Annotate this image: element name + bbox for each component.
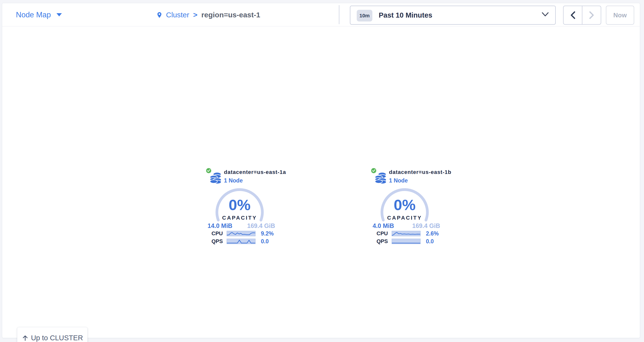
- time-forward-button[interactable]: [582, 6, 601, 24]
- arrow-up-icon: [22, 334, 28, 342]
- capacity-used: 14.0 MiB: [208, 222, 232, 229]
- header-divider: [339, 5, 339, 24]
- qps-label: QPS: [376, 238, 392, 245]
- datacenter-node-count: 1 Node: [389, 177, 408, 184]
- time-nav-arrows: [563, 5, 601, 25]
- capacity-gauge-text: 0% CAPACITY: [215, 188, 264, 237]
- breadcrumb-cluster-link[interactable]: Cluster: [166, 11, 189, 19]
- capacity-percent: 0%: [228, 197, 250, 213]
- qps-sparkline: [227, 239, 256, 244]
- database-stack-icon: [374, 172, 387, 185]
- up-to-cluster-button[interactable]: Up to CLUSTER: [17, 327, 88, 342]
- caret-down-icon: [56, 13, 62, 16]
- node-map-canvas: datacenter=us-east-1a 1 Node 0% CAPACITY…: [2, 27, 640, 338]
- chevron-down-icon: [542, 12, 549, 17]
- breadcrumb-separator: >: [193, 11, 198, 19]
- healthy-check-icon: [206, 168, 212, 174]
- chevron-right-icon: [588, 11, 595, 19]
- capacity-used: 4.0 MiB: [372, 222, 394, 229]
- breadcrumb: Cluster > region=us-east-1: [156, 3, 260, 26]
- capacity-label: CAPACITY: [387, 215, 422, 221]
- view-selector-dropdown[interactable]: Node Map: [16, 3, 62, 26]
- time-range-label: Past 10 Minutes: [379, 11, 432, 19]
- qps-value: 0.0: [426, 238, 434, 245]
- cpu-sparkline: [227, 231, 256, 236]
- qps-metric-row: QPS 0.0: [376, 238, 434, 244]
- database-stack-icon: [210, 172, 222, 185]
- header-bar: Node Map Cluster > region=us-east-1 10m …: [2, 3, 640, 26]
- qps-metric-row: QPS 0.0: [212, 238, 269, 244]
- capacity-gauge-text: 0% CAPACITY: [380, 188, 429, 237]
- capacity-values: 14.0 MiB 169.4 GiB: [208, 222, 275, 229]
- cpu-metric-row: CPU 2.6%: [376, 231, 438, 237]
- chevron-left-icon: [570, 11, 576, 19]
- cpu-value: 2.6%: [426, 230, 438, 237]
- capacity-total: 169.4 GiB: [247, 222, 275, 229]
- cpu-value: 9.2%: [261, 230, 274, 237]
- cpu-label: CPU: [212, 230, 227, 237]
- datacenter-title: datacenter=us-east-1a: [224, 169, 286, 175]
- cpu-label: CPU: [376, 230, 392, 237]
- up-to-cluster-label: Up to CLUSTER: [31, 334, 83, 342]
- location-pin-icon: [156, 11, 162, 19]
- capacity-total: 169.4 GiB: [412, 222, 440, 229]
- breadcrumb-current: region=us-east-1: [202, 11, 260, 19]
- view-selector-label: Node Map: [16, 10, 51, 19]
- qps-value: 0.0: [261, 238, 269, 245]
- datacenter-card-us-east-1a[interactable]: datacenter=us-east-1a 1 Node 0% CAPACITY…: [201, 167, 282, 250]
- cpu-metric-row: CPU 9.2%: [212, 231, 274, 237]
- time-back-button[interactable]: [564, 6, 582, 24]
- time-range-select[interactable]: 10m Past 10 Minutes: [350, 5, 556, 25]
- healthy-check-icon: [371, 168, 377, 174]
- datacenter-title: datacenter=us-east-1b: [389, 169, 451, 175]
- qps-sparkline: [392, 239, 420, 244]
- capacity-values: 4.0 MiB 169.4 GiB: [372, 222, 440, 229]
- time-range-badge: 10m: [357, 10, 372, 21]
- qps-label: QPS: [212, 238, 227, 245]
- datacenter-node-count: 1 Node: [224, 177, 243, 184]
- cpu-sparkline: [392, 231, 420, 236]
- capacity-percent: 0%: [394, 197, 416, 213]
- now-button[interactable]: Now: [606, 5, 634, 25]
- node-map-panel: Node Map Cluster > region=us-east-1 10m …: [2, 3, 640, 338]
- datacenter-card-us-east-1b[interactable]: datacenter=us-east-1b 1 Node 0% CAPACITY…: [366, 167, 446, 250]
- capacity-label: CAPACITY: [222, 215, 257, 221]
